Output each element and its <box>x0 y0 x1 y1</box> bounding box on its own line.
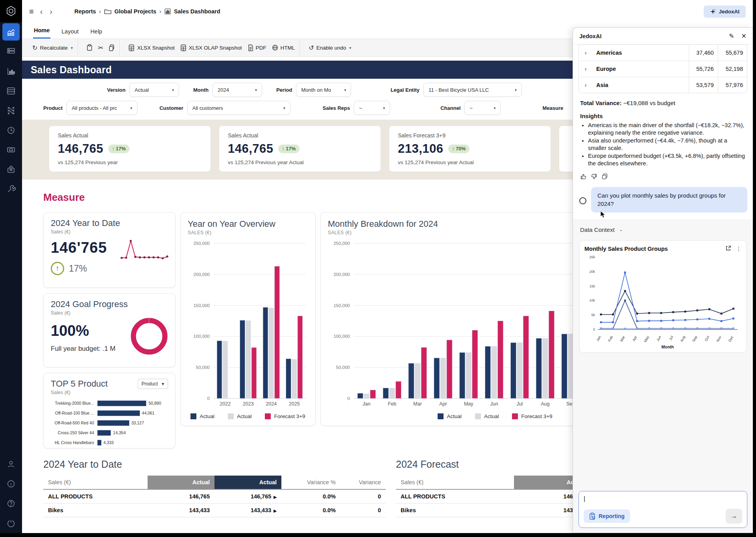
drill-arrow-icon[interactable]: ▶ <box>274 509 277 513</box>
legend-item[interactable]: Forecast 3+9 <box>512 413 552 419</box>
top5-bar[interactable] <box>97 400 146 406</box>
copy-button[interactable] <box>109 44 115 51</box>
expand-chevron-icon[interactable]: › <box>579 45 592 61</box>
data-context-toggle[interactable]: Data Context ⌄ <box>573 220 753 236</box>
year-on-year-card: Year on Year Overview SALES (€) 050,0001… <box>180 212 316 426</box>
edit-pencil-icon[interactable]: ✎ <box>729 32 734 40</box>
jedoxai-button[interactable]: JedoxAI <box>704 6 746 18</box>
legend-item[interactable]: Actual <box>475 413 499 419</box>
legend-item[interactable]: Actual <box>438 413 462 419</box>
paste-button[interactable] <box>87 44 92 51</box>
table-row[interactable]: ALL PRODUCTS 146,765 146,765▶ 0.0% 0 <box>43 489 386 504</box>
app-logo-icon[interactable] <box>0 0 22 22</box>
send-button[interactable]: → <box>726 509 742 524</box>
top5-bar-row: Trekking-2000 Blue...50,890 <box>51 399 168 407</box>
sidebar-item-scheduler[interactable] <box>2 122 20 139</box>
thumbs-up-icon[interactable] <box>580 173 587 181</box>
breadcrumb-page: Sales Dashboard <box>174 8 220 15</box>
thumbs-down-icon[interactable] <box>591 173 597 181</box>
column-header[interactable]: Variance <box>340 476 386 489</box>
customer-select[interactable]: All customers▾ <box>187 101 290 115</box>
nav-forward-icon[interactable]: › <box>49 7 53 15</box>
table-row[interactable]: Bikes 143,433 143,433▶ 0.0% 0 <box>43 504 386 517</box>
region-row-americas[interactable]: › Americas 37,460 55,679 <box>579 45 747 61</box>
sparkle-icon <box>710 9 716 15</box>
expand-chevron-icon[interactable]: › <box>579 77 592 93</box>
column-header[interactable]: Variance % <box>281 476 340 489</box>
copy-response-icon[interactable] <box>601 173 608 181</box>
xlsx-olap-snapshot-button[interactable]: XLSX OLAP Snapshot <box>180 44 242 51</box>
jedoxai-panel: JedoxAI ✎ ✕ › Americas 37,460 55,679 <box>573 28 753 533</box>
sales-reps-select[interactable]: ~▾ <box>354 101 390 115</box>
kpi-value: 213,106 <box>398 142 444 156</box>
sidebar-item-database[interactable] <box>2 43 20 60</box>
sidebar-item-user[interactable] <box>2 456 20 473</box>
pdf-export-button[interactable]: PDF <box>248 44 266 51</box>
sidebar-item-administration[interactable] <box>2 181 20 198</box>
year-on-year-legend: ActualActualForecast 3+9 <box>188 413 308 419</box>
svg-text:150,000: 150,000 <box>193 303 210 308</box>
sidebar-item-help[interactable] <box>2 495 20 512</box>
breadcrumb-reports[interactable]: Reports <box>74 8 96 15</box>
legend-item[interactable]: Actual <box>190 413 214 419</box>
svg-text:10k: 10k <box>589 298 595 302</box>
expand-chevron-icon[interactable]: › <box>579 61 592 77</box>
sidebar-item-logout[interactable] <box>2 515 20 532</box>
reporting-context-chip[interactable]: Reporting <box>584 509 630 523</box>
legal-entity-select[interactable]: 11 - Best Bicycle USA LLC▾ <box>423 83 522 97</box>
nav-back-icon[interactable]: ‹ <box>39 7 44 15</box>
top5-bar-value: 14,354 <box>113 430 126 435</box>
chat-input[interactable]: | Reporting → <box>579 491 747 528</box>
sidebar-item-info[interactable] <box>2 475 20 493</box>
column-header[interactable]: Actual <box>148 476 214 489</box>
sidebar-item-marketplace[interactable] <box>2 161 20 178</box>
svg-text:Jun: Jun <box>490 401 498 407</box>
copy-icon <box>109 44 115 51</box>
xlsx-snapshot-button[interactable]: XLSX Snapshot <box>128 44 174 51</box>
tab-help[interactable]: Help <box>90 28 103 39</box>
sidebar-item-console[interactable] <box>2 141 20 159</box>
legend-item[interactable]: Forecast 3+9 <box>265 413 305 419</box>
close-icon[interactable]: ✕ <box>741 32 747 40</box>
tab-layout[interactable]: Layout <box>61 28 79 39</box>
svg-text:100,000: 100,000 <box>333 334 350 339</box>
channel-select[interactable]: ~▾ <box>464 101 501 115</box>
ytd-sparkline-chart <box>119 239 170 261</box>
sidebar-item-modeler[interactable] <box>2 63 20 80</box>
chevron-down-icon: ▾ <box>344 88 346 92</box>
legend-item[interactable]: Actual <box>228 413 252 419</box>
month-select[interactable]: 2024▾ <box>213 83 262 97</box>
scissors-icon: ✂ <box>98 44 103 52</box>
cut-button[interactable]: ✂ <box>98 44 103 52</box>
html-export-button[interactable]: HTML <box>272 44 295 51</box>
card-unit: Sales (€) <box>51 310 168 316</box>
sidebar-item-rows[interactable] <box>2 82 20 100</box>
kpi-title: Sales Actual <box>228 132 372 139</box>
recalculate-button[interactable]: ↻ Recalculate ▾ <box>32 44 73 52</box>
hamburger-menu-icon[interactable]: ≡ <box>29 7 34 16</box>
version-select[interactable]: Actual▾ <box>129 83 179 97</box>
top5-bar[interactable] <box>97 430 111 436</box>
sidebar-item-reports[interactable] <box>2 23 20 41</box>
period-select[interactable]: Month on Mo▾ <box>296 83 351 97</box>
tab-home[interactable]: Home <box>33 27 50 39</box>
column-header[interactable]: Sales (€) <box>43 476 148 489</box>
region-row-asia[interactable]: › Asia 53,579 57,976 <box>579 77 747 93</box>
top5-dimension-select[interactable]: Product ▾ <box>138 379 168 389</box>
open-external-icon[interactable] <box>725 245 731 252</box>
sidebar-item-integration[interactable] <box>2 102 20 119</box>
toolbar-group-undo: ↺ Enable undo ▾ <box>304 39 356 56</box>
drill-arrow-icon[interactable]: ▶ <box>274 495 277 499</box>
kebab-menu-icon[interactable]: ⋮ <box>736 246 741 252</box>
svg-text:Feb: Feb <box>388 401 396 407</box>
top5-bar[interactable] <box>97 420 129 426</box>
breadcrumb-folder[interactable]: Global Projects <box>115 8 156 15</box>
column-header[interactable]: Actual <box>214 476 281 489</box>
top5-bar[interactable] <box>97 440 102 446</box>
enable-undo-button[interactable]: ↺ Enable undo ▾ <box>309 44 351 52</box>
top5-bar[interactable] <box>97 410 140 416</box>
page-title: Sales Dashboard <box>31 64 112 76</box>
region-row-europe[interactable]: › Europe 55,726 52,198 <box>579 61 747 77</box>
column-header[interactable]: Sales (€) <box>396 476 514 489</box>
product-select[interactable]: All products - All prc▾ <box>67 101 137 115</box>
